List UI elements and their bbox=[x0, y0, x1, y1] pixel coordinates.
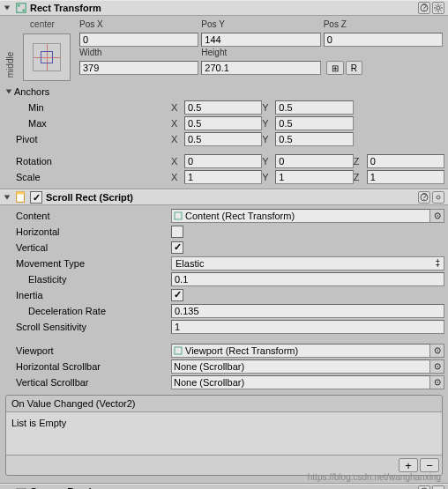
width-field[interactable] bbox=[79, 61, 198, 75]
pos-z-field[interactable] bbox=[324, 33, 443, 47]
width-label: Width bbox=[79, 48, 198, 60]
elasticity-label: Elasticity bbox=[4, 274, 171, 285]
pos-z-label: Pos Z bbox=[324, 19, 443, 32]
component-header[interactable]: Canvas Renderer bbox=[0, 484, 448, 489]
rect-icon bbox=[174, 211, 183, 220]
svg-rect-7 bbox=[17, 192, 25, 195]
add-event-button[interactable]: + bbox=[399, 458, 418, 472]
pos-y-field[interactable] bbox=[201, 33, 320, 47]
pivot-y[interactable] bbox=[275, 132, 353, 146]
gear-icon[interactable] bbox=[432, 191, 444, 204]
anchor-max-x[interactable] bbox=[184, 116, 262, 130]
component-title: Scroll Rect (Script) bbox=[46, 192, 418, 203]
v-scrollbar-field[interactable]: None (Scrollbar) bbox=[171, 375, 430, 389]
rotation-label: Rotation bbox=[4, 156, 171, 167]
raw-edit-button[interactable]: R bbox=[346, 61, 362, 75]
pivot-label: Pivot bbox=[4, 134, 171, 144]
foldout-icon bbox=[4, 86, 14, 97]
svg-point-2 bbox=[22, 9, 25, 11]
svg-text:?: ? bbox=[422, 193, 427, 202]
scroll-rect-component: Scroll Rect (Script) ? Content Content (… bbox=[0, 189, 448, 484]
scale-label: Scale bbox=[4, 172, 171, 182]
rect-transform-component: Rect Transform ? middle center Pos X Wid… bbox=[0, 0, 448, 189]
height-field[interactable] bbox=[201, 61, 320, 75]
v-scrollbar-label: Vertical Scrollbar bbox=[4, 377, 171, 388]
svg-point-10 bbox=[437, 196, 440, 199]
h-scrollbar-field[interactable]: None (Scrollbar) bbox=[171, 359, 430, 374]
component-header[interactable]: Rect Transform ? bbox=[0, 0, 448, 16]
anchors-label: Anchors bbox=[14, 86, 49, 97]
remove-event-button[interactable]: − bbox=[420, 458, 439, 472]
content-field[interactable]: Content (Rect Transform) bbox=[171, 209, 430, 223]
object-picker-button[interactable] bbox=[430, 344, 444, 358]
viewport-field[interactable]: Viewport (Rect Transform) bbox=[171, 344, 430, 358]
event-list: On Value Changed (Vector2) List is Empty… bbox=[5, 395, 443, 476]
scale-z[interactable] bbox=[367, 170, 444, 184]
foldout-icon[interactable] bbox=[2, 192, 12, 203]
scale-y[interactable] bbox=[275, 170, 353, 184]
pos-x-label: Pos X bbox=[79, 19, 198, 32]
object-picker-button[interactable] bbox=[430, 209, 444, 223]
canvas-renderer-component: Canvas Renderer bbox=[0, 484, 448, 489]
scroll-sensitivity-field[interactable] bbox=[171, 320, 444, 334]
anchor-min-label: Min bbox=[4, 102, 171, 113]
scroll-sensitivity-label: Scroll Sensitivity bbox=[4, 322, 171, 332]
blueprint-button[interactable]: ⊞ bbox=[326, 61, 344, 75]
event-header: On Value Changed (Vector2) bbox=[6, 396, 442, 412]
object-picker-button[interactable] bbox=[430, 359, 444, 374]
pos-y-label: Pos Y bbox=[201, 19, 320, 32]
rect-transform-icon bbox=[15, 2, 27, 14]
watermark-text: https://blog.csdn.net/wanghanxing bbox=[308, 472, 441, 482]
anchors-foldout[interactable]: Anchors bbox=[4, 85, 444, 99]
pos-x-field[interactable] bbox=[79, 33, 198, 47]
content-label: Content bbox=[4, 211, 171, 221]
anchor-min-x[interactable] bbox=[184, 100, 262, 115]
component-title: Rect Transform bbox=[30, 3, 418, 13]
help-icon[interactable] bbox=[418, 485, 430, 489]
anchor-max-y[interactable] bbox=[275, 116, 353, 130]
foldout-icon[interactable] bbox=[2, 3, 12, 13]
viewport-label: Viewport bbox=[4, 345, 171, 356]
h-scrollbar-label: Horizontal Scrollbar bbox=[4, 361, 171, 372]
help-icon[interactable]: ? bbox=[418, 2, 430, 14]
help-icon[interactable]: ? bbox=[418, 191, 430, 204]
svg-rect-0 bbox=[17, 4, 26, 13]
scale-x[interactable] bbox=[184, 170, 262, 184]
rotation-x[interactable] bbox=[184, 154, 262, 168]
vertical-checkbox[interactable] bbox=[171, 241, 183, 254]
object-picker-button[interactable] bbox=[430, 375, 444, 389]
deceleration-field[interactable] bbox=[171, 304, 444, 318]
vertical-label: Vertical bbox=[4, 242, 171, 253]
height-label: Height bbox=[201, 48, 320, 60]
component-header[interactable]: Scroll Rect (Script) ? bbox=[0, 189, 448, 205]
rotation-y[interactable] bbox=[275, 154, 353, 168]
anchor-max-label: Max bbox=[4, 118, 171, 129]
script-icon bbox=[15, 191, 27, 204]
svg-point-1 bbox=[18, 4, 20, 7]
elasticity-field[interactable] bbox=[171, 272, 444, 286]
svg-text:?: ? bbox=[422, 4, 427, 12]
rect-icon bbox=[174, 346, 183, 355]
anchor-preset-button[interactable] bbox=[23, 33, 71, 81]
pivot-x[interactable] bbox=[184, 132, 262, 146]
anchor-preset-label: center bbox=[5, 19, 79, 29]
inertia-checkbox[interactable] bbox=[171, 289, 183, 301]
anchor-min-y[interactable] bbox=[275, 100, 353, 115]
rotation-z[interactable] bbox=[367, 154, 444, 168]
movement-type-label: Movement Type bbox=[4, 258, 171, 269]
enable-checkbox[interactable] bbox=[30, 191, 42, 204]
horizontal-label: Horizontal bbox=[4, 226, 171, 237]
svg-rect-12 bbox=[175, 347, 182, 354]
svg-point-5 bbox=[437, 6, 440, 10]
gear-icon[interactable] bbox=[432, 485, 444, 489]
gear-icon[interactable] bbox=[432, 2, 444, 14]
canvas-renderer-icon bbox=[15, 485, 27, 489]
movement-type-dropdown[interactable]: Elastic bbox=[171, 256, 444, 270]
inertia-label: Inertia bbox=[4, 290, 171, 300]
horizontal-checkbox[interactable] bbox=[171, 226, 183, 238]
svg-rect-11 bbox=[175, 212, 182, 219]
deceleration-label: Deceleration Rate bbox=[4, 306, 171, 316]
event-empty-text: List is Empty bbox=[6, 412, 442, 455]
